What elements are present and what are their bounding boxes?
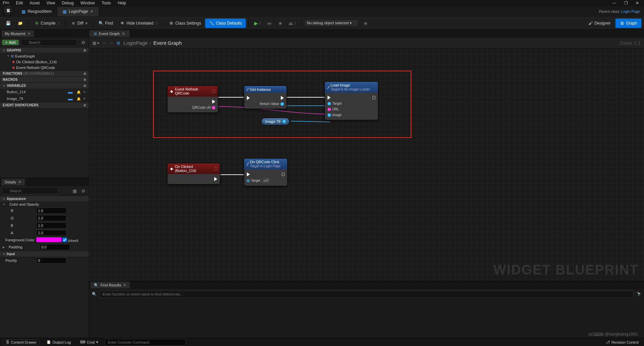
nav-forward-icon[interactable]: → <box>109 41 113 45</box>
node-get-instance[interactable]: 𝑓Get Instance Return Value <box>244 85 287 109</box>
binoculars-icon[interactable]: 🔭 <box>636 292 641 297</box>
close-icon[interactable]: ✕ <box>18 180 22 184</box>
minimize-button[interactable]: — <box>610 1 618 5</box>
event-graph-tab[interactable]: ⊞ Event Graph ✕ <box>89 30 130 37</box>
self-pin-value[interactable]: self <box>262 178 270 183</box>
tab-loginpage[interactable]: ▦ LoginPage ✕ <box>57 7 99 16</box>
menu-window[interactable]: Window <box>80 1 95 5</box>
exec-out-pin[interactable] <box>282 173 285 176</box>
event-item[interactable]: ◆On Clicked (Button_114) <box>0 59 89 65</box>
input-category[interactable]: ▼Input <box>0 251 89 257</box>
eye-icon[interactable]: 👁 <box>83 90 86 94</box>
stop-button[interactable]: ■ <box>276 19 284 27</box>
node-on-clicked[interactable]: ◆On Clicked (Button_114) <box>167 163 220 184</box>
menu-view[interactable]: View <box>46 1 55 5</box>
details-tab[interactable]: Details ✕ <box>1 179 25 185</box>
compile-button[interactable]: ⚙Compile⁝ <box>31 19 62 27</box>
exec-in-pin[interactable] <box>247 96 250 100</box>
step-button[interactable]: ⏭ <box>265 19 275 27</box>
a-input[interactable] <box>36 230 67 236</box>
object-pin[interactable] <box>328 113 331 117</box>
add-button[interactable]: + Add <box>2 40 19 45</box>
node-event-refresh-qrcode[interactable]: ◆Event Refresh QRCode QRCode Url <box>167 85 218 113</box>
find-button[interactable]: 🔍Find <box>96 19 116 27</box>
parent-class-link[interactable]: Login Page <box>621 9 640 13</box>
find-results-tab[interactable]: 🔍 Find Results ✕ <box>90 282 130 288</box>
exec-out-pin[interactable] <box>281 96 284 100</box>
debug-object-select[interactable]: No debug object selected ▾ <box>304 19 359 27</box>
event-dispatchers-category[interactable]: EVENT DISPATCHERS⊕ <box>0 102 89 108</box>
priority-input[interactable] <box>36 257 67 264</box>
play-button[interactable]: ▶⁝ <box>252 19 263 27</box>
hide-unrelated-button[interactable]: 👁Hide Unrelated⁝ <box>117 19 160 27</box>
maximize-button[interactable]: ❐ <box>622 1 630 5</box>
exec-out-pin[interactable] <box>214 177 217 181</box>
delegate-pin[interactable] <box>212 90 215 93</box>
cmd-button[interactable]: ⌨Cmd ▾ <box>77 339 101 345</box>
object-pin[interactable] <box>328 102 331 105</box>
fg-color-swatch[interactable] <box>36 237 62 242</box>
variable-item[interactable]: Image_79▬🔔👁 <box>0 95 89 102</box>
appearance-category[interactable]: ▼Appearance <box>0 196 89 202</box>
object-pin[interactable] <box>280 102 284 106</box>
object-pin[interactable] <box>282 120 286 123</box>
unreal-logo-icon[interactable]: 𝖚 <box>1 3 15 17</box>
close-button[interactable]: ✕ <box>633 1 641 5</box>
class-defaults-button[interactable]: 🔧Class Defaults <box>205 19 246 28</box>
macros-category[interactable]: MACROS⊕ <box>0 76 89 82</box>
browse-button[interactable]: 📁 <box>15 19 26 27</box>
details-search-input[interactable] <box>2 187 59 194</box>
event-item[interactable]: ◆Event Refresh QRCode <box>0 65 89 70</box>
close-icon[interactable]: ✕ <box>27 31 31 36</box>
delegate-pin[interactable] <box>214 167 217 170</box>
menu-edit[interactable]: Edit <box>16 1 23 5</box>
output-log-button[interactable]: 📋Output Log <box>44 339 73 345</box>
find-input[interactable] <box>100 290 634 298</box>
settings-icon[interactable]: ⚙ <box>80 188 87 194</box>
menu-debug[interactable]: Debug <box>62 1 74 5</box>
crumb-graph[interactable]: Event Graph <box>153 40 182 46</box>
event-graph-item[interactable]: ▼⊞EventGraph <box>0 53 89 59</box>
mybp-search-input[interactable] <box>21 39 77 46</box>
inherit-checkbox[interactable] <box>63 238 67 242</box>
node-variable-image79[interactable]: Image 79 <box>261 118 290 125</box>
designer-button[interactable]: 🖌Designer <box>585 19 613 27</box>
functions-category[interactable]: FUNCTIONS (39 OVERRIDABLE)⊕ <box>0 70 89 76</box>
content-drawer-button[interactable]: 🗄Content Drawer <box>3 339 40 345</box>
graphs-category[interactable]: ▼GRAPHS⊕ <box>0 47 89 53</box>
exec-in-pin[interactable] <box>328 96 331 100</box>
eye-icon[interactable]: 👁 <box>83 97 86 101</box>
node-load-image[interactable]: 𝑓Load ImageTarget is Ke Image Loader Tar… <box>325 81 378 120</box>
my-blueprint-tab[interactable]: My Blueprint ✕ <box>1 30 34 37</box>
tab-close-icon[interactable]: ✕ <box>90 9 93 14</box>
node-on-qrcode-click[interactable]: 𝑓On QRCode ClickTarget is Login Page Tar… <box>244 158 288 186</box>
padding-input[interactable] <box>40 244 70 250</box>
g-input[interactable] <box>36 215 67 221</box>
exec-in-pin[interactable] <box>247 172 250 176</box>
menu-help[interactable]: Help <box>118 1 126 5</box>
bell-icon[interactable]: 🔔 <box>77 97 81 101</box>
close-icon[interactable]: ✕ <box>122 31 125 36</box>
revision-control-button[interactable]: ⎇Revision Control <box>603 339 641 345</box>
graph-canvas[interactable]: ◆Event Refresh QRCode QRCode Url 𝑓Get In… <box>89 48 644 281</box>
string-pin[interactable] <box>328 108 331 111</box>
r-input[interactable] <box>36 208 67 214</box>
bell-icon[interactable]: 🔔 <box>77 90 81 94</box>
string-pin[interactable] <box>212 106 215 109</box>
settings-icon[interactable]: ⚙ <box>80 40 87 45</box>
graph-button[interactable]: ⊞Graph <box>615 19 641 28</box>
b-input[interactable] <box>36 222 67 229</box>
exec-out-pin[interactable] <box>373 96 375 99</box>
diff-button[interactable]: ⤭Diff▾ <box>68 19 90 27</box>
save-button[interactable]: 💾 <box>3 19 13 27</box>
debug-filter-button[interactable]: ◉ <box>360 19 371 27</box>
menu-asset[interactable]: Asset <box>30 1 40 5</box>
crumb-bp[interactable]: LoginPage <box>123 40 148 46</box>
options-icon[interactable]: ▦ ▾ <box>92 41 99 45</box>
nav-back-icon[interactable]: ← <box>103 41 107 45</box>
class-settings-button[interactable]: ⚙Class Settings <box>166 19 204 27</box>
variable-item[interactable]: Button_114▬🔔👁 <box>0 89 89 95</box>
menu-tools[interactable]: Tools <box>102 1 111 5</box>
variables-category[interactable]: ▼VARIABLES⊕ <box>0 82 89 89</box>
object-pin[interactable] <box>247 179 250 182</box>
